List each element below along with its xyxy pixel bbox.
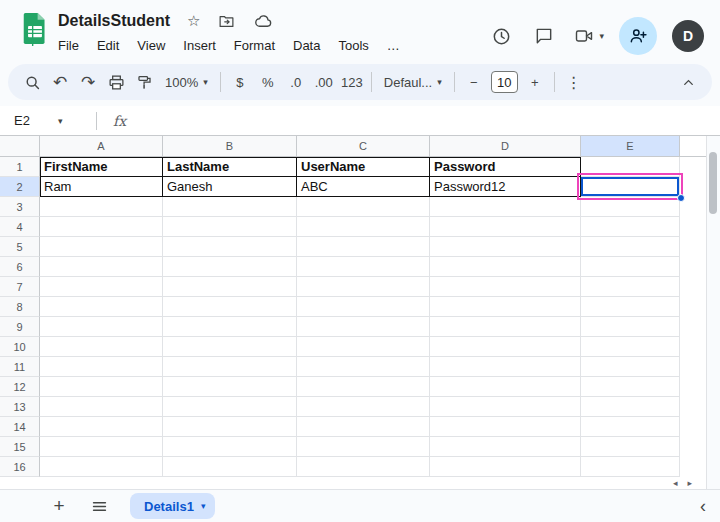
cell-E8[interactable] bbox=[581, 297, 680, 317]
cell-A13[interactable] bbox=[40, 397, 163, 417]
column-header-C[interactable]: C bbox=[297, 136, 430, 157]
currency-format-button[interactable]: $ bbox=[226, 68, 254, 96]
cell-E6[interactable] bbox=[581, 257, 680, 277]
cell-D13[interactable] bbox=[430, 397, 581, 417]
row-header-10[interactable]: 10 bbox=[0, 337, 40, 357]
cell-B15[interactable] bbox=[163, 437, 297, 457]
add-sheet-button[interactable]: + bbox=[46, 493, 72, 519]
redo-icon[interactable]: ↷ bbox=[74, 68, 102, 96]
name-box[interactable]: E2 ▾ bbox=[0, 113, 96, 128]
cell-B12[interactable] bbox=[163, 377, 297, 397]
cell-C4[interactable] bbox=[297, 217, 430, 237]
share-button[interactable] bbox=[619, 17, 657, 55]
row-header-6[interactable]: 6 bbox=[0, 257, 40, 277]
cell-C8[interactable] bbox=[297, 297, 430, 317]
cell-D16[interactable] bbox=[430, 457, 581, 477]
cell-B3[interactable] bbox=[163, 197, 297, 217]
cell-B14[interactable] bbox=[163, 417, 297, 437]
all-sheets-menu-icon[interactable] bbox=[86, 493, 112, 519]
cell-A4[interactable] bbox=[40, 217, 163, 237]
decrease-font-size-button[interactable]: − bbox=[460, 68, 488, 96]
undo-icon[interactable]: ↶ bbox=[46, 68, 74, 96]
horizontal-scrollbar[interactable]: ◂ ▸ bbox=[0, 477, 706, 489]
cell-B4[interactable] bbox=[163, 217, 297, 237]
move-to-folder-icon[interactable] bbox=[217, 13, 236, 30]
print-icon[interactable] bbox=[102, 68, 130, 96]
cell-A10[interactable] bbox=[40, 337, 163, 357]
cell-C13[interactable] bbox=[297, 397, 430, 417]
cell-A6[interactable] bbox=[40, 257, 163, 277]
menu-file[interactable]: File bbox=[58, 35, 88, 56]
cell-D7[interactable] bbox=[430, 277, 581, 297]
meet-button[interactable]: ▾ bbox=[573, 26, 604, 46]
cell-E3[interactable] bbox=[581, 197, 680, 217]
column-header-D[interactable]: D bbox=[430, 136, 581, 157]
cell-D4[interactable] bbox=[430, 217, 581, 237]
more-formats-button[interactable]: 123 bbox=[338, 68, 366, 96]
row-header-11[interactable]: 11 bbox=[0, 357, 40, 377]
increase-decimals-button[interactable]: .00 bbox=[310, 68, 338, 96]
account-avatar[interactable]: D bbox=[672, 20, 704, 52]
cell-D1[interactable]: Password bbox=[430, 157, 581, 177]
version-history-icon[interactable] bbox=[487, 22, 515, 50]
cell-B16[interactable] bbox=[163, 457, 297, 477]
menu-view[interactable]: View bbox=[128, 35, 174, 56]
row-header-1[interactable]: 1 bbox=[0, 157, 40, 177]
collapse-toolbar-icon[interactable] bbox=[674, 68, 702, 96]
row-header-3[interactable]: 3 bbox=[0, 197, 40, 217]
increase-font-size-button[interactable]: + bbox=[521, 68, 549, 96]
menu-data[interactable]: Data bbox=[284, 35, 329, 56]
cell-E15[interactable] bbox=[581, 437, 680, 457]
select-all-corner[interactable] bbox=[0, 136, 40, 157]
scroll-right-icon[interactable]: ▸ bbox=[687, 479, 692, 488]
decrease-decimals-button[interactable]: .0 bbox=[282, 68, 310, 96]
row-header-5[interactable]: 5 bbox=[0, 237, 40, 257]
cell-A12[interactable] bbox=[40, 377, 163, 397]
cell-B11[interactable] bbox=[163, 357, 297, 377]
cell-B13[interactable] bbox=[163, 397, 297, 417]
menu-overflow[interactable]: … bbox=[378, 35, 409, 56]
cell-B8[interactable] bbox=[163, 297, 297, 317]
cell-A5[interactable] bbox=[40, 237, 163, 257]
cell-A9[interactable] bbox=[40, 317, 163, 337]
search-icon[interactable] bbox=[18, 68, 46, 96]
sheet-tab-details1[interactable]: Details1 ▾ bbox=[130, 493, 215, 519]
cell-D9[interactable] bbox=[430, 317, 581, 337]
cell-A8[interactable] bbox=[40, 297, 163, 317]
cell-A16[interactable] bbox=[40, 457, 163, 477]
cell-C16[interactable] bbox=[297, 457, 430, 477]
cell-C2[interactable]: ABC bbox=[297, 177, 430, 197]
cell-A2[interactable]: Ram bbox=[40, 177, 163, 197]
cell-E14[interactable] bbox=[581, 417, 680, 437]
cell-C3[interactable] bbox=[297, 197, 430, 217]
more-toolbar-options-button[interactable]: ⋮ bbox=[560, 68, 588, 96]
zoom-select[interactable]: 100% ▾ bbox=[158, 68, 215, 96]
star-icon[interactable]: ☆ bbox=[187, 12, 200, 30]
cell-B2[interactable]: Ganesh bbox=[163, 177, 297, 197]
cell-C1[interactable]: UserName bbox=[297, 157, 430, 177]
cell-D14[interactable] bbox=[430, 417, 581, 437]
cell-C5[interactable] bbox=[297, 237, 430, 257]
cell-E16[interactable] bbox=[581, 457, 680, 477]
cell-A15[interactable] bbox=[40, 437, 163, 457]
cell-D2[interactable]: Password12 bbox=[430, 177, 581, 197]
doc-title[interactable]: DetailsStudent bbox=[58, 12, 170, 30]
comments-icon[interactable] bbox=[530, 22, 558, 50]
cell-C6[interactable] bbox=[297, 257, 430, 277]
sheets-logo-icon[interactable] bbox=[22, 11, 48, 62]
cloud-saved-icon[interactable] bbox=[253, 12, 274, 31]
cell-A11[interactable] bbox=[40, 357, 163, 377]
cell-E4[interactable] bbox=[581, 217, 680, 237]
cell-C11[interactable] bbox=[297, 357, 430, 377]
menu-insert[interactable]: Insert bbox=[174, 35, 225, 56]
cell-D11[interactable] bbox=[430, 357, 581, 377]
cell-E1[interactable] bbox=[581, 157, 680, 177]
cell-A7[interactable] bbox=[40, 277, 163, 297]
cell-B10[interactable] bbox=[163, 337, 297, 357]
cell-C15[interactable] bbox=[297, 437, 430, 457]
row-header-14[interactable]: 14 bbox=[0, 417, 40, 437]
cell-D8[interactable] bbox=[430, 297, 581, 317]
row-header-13[interactable]: 13 bbox=[0, 397, 40, 417]
cell-E12[interactable] bbox=[581, 377, 680, 397]
cell-D12[interactable] bbox=[430, 377, 581, 397]
